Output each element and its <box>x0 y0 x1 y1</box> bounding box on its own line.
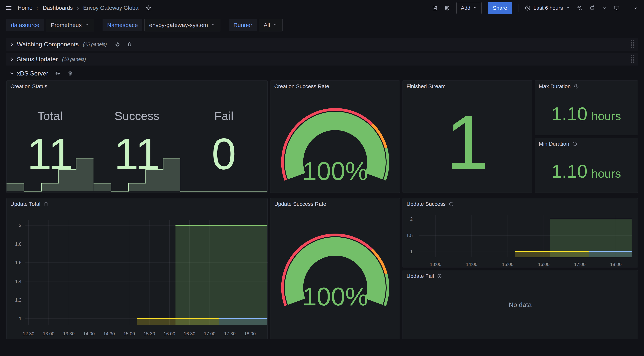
svg-text:1.5: 1.5 <box>406 233 413 238</box>
chevron-down-icon <box>211 22 216 28</box>
datasource-variable-label[interactable]: datasource <box>6 19 44 31</box>
panel-update-fail: Update Fail No data <box>402 270 638 339</box>
panel-title[interactable]: Creation Success Rate <box>274 83 329 90</box>
svg-text:1.2: 1.2 <box>15 297 22 302</box>
panel-title[interactable]: Finished Stream <box>406 83 446 90</box>
info-icon[interactable] <box>572 142 577 146</box>
datasource-variable-select[interactable]: Prometheus <box>46 19 94 32</box>
time-range-picker[interactable]: Last 6 hours <box>524 5 570 11</box>
top-navbar: Home › Dashboards › Envoy Gateway Global… <box>0 0 644 16</box>
panel-update-success-rate: Update Success Rate 100% <box>270 198 400 339</box>
breadcrumb-home[interactable]: Home <box>18 5 32 11</box>
row-status-updater[interactable]: Status Updater (10 panels) <box>6 53 638 66</box>
row-drag-handle-icon[interactable] <box>630 40 635 49</box>
panel-title[interactable]: Max Duration <box>539 83 579 90</box>
chevron-down-icon <box>273 22 278 28</box>
svg-text:17:30: 17:30 <box>224 331 236 336</box>
panel-finished-stream: Finished Stream 1 <box>402 80 532 193</box>
divider <box>626 4 626 12</box>
menu-icon[interactable] <box>6 5 12 11</box>
row-delete-icon[interactable] <box>68 71 73 76</box>
time-range-label: Last 6 hours <box>534 5 563 11</box>
save-dashboard-icon[interactable] <box>432 5 438 11</box>
panel-update-success: Update Success 11.5213:0014:0015:0016:00… <box>402 198 638 268</box>
stat-sparkline <box>6 158 94 192</box>
svg-text:15:00: 15:00 <box>502 262 514 267</box>
chevron-down-icon <box>84 22 89 28</box>
info-icon[interactable] <box>449 202 454 206</box>
svg-text:2: 2 <box>19 223 22 228</box>
finished-stream-value: 1 <box>446 104 488 181</box>
max-duration-value: 1.10 hours <box>535 99 638 130</box>
star-icon[interactable] <box>146 5 152 11</box>
creation-status-stats: Total 11 Success 11 Fail 0 <box>6 81 268 192</box>
svg-text:16:00: 16:00 <box>164 331 175 336</box>
row-settings-icon[interactable] <box>55 71 60 76</box>
panel-title[interactable]: Update Fail <box>406 273 442 279</box>
svg-text:1.6: 1.6 <box>15 260 22 265</box>
row-drag-handle-icon[interactable] <box>630 54 635 64</box>
row-watching-components[interactable]: Watching Components (25 panels) <box>6 38 638 50</box>
no-data-message: No data <box>403 270 638 339</box>
dashboard-settings-icon[interactable] <box>444 5 450 11</box>
stat-label: Fail <box>214 110 234 122</box>
breadcrumb-dashboards[interactable]: Dashboards <box>43 5 73 11</box>
svg-text:12:30: 12:30 <box>23 331 34 336</box>
svg-text:15:00: 15:00 <box>124 331 135 336</box>
panel-title[interactable]: Update Success Rate <box>274 201 326 207</box>
svg-text:18:00: 18:00 <box>244 331 256 336</box>
row-title: Watching Components <box>17 41 79 48</box>
min-duration-value: 1.10 hours <box>535 156 638 187</box>
grafana-dashboard: Home › Dashboards › Envoy Gateway Global… <box>0 0 644 356</box>
info-icon[interactable] <box>44 202 48 206</box>
panel-min-duration: Min Duration 1.10 hours <box>535 138 638 193</box>
row-settings-icon[interactable] <box>114 42 120 47</box>
row-xds-server[interactable]: xDS Server <box>6 67 638 80</box>
namespace-variable-select[interactable]: envoy-gateway-system <box>144 19 220 32</box>
stat-success: Success 11 <box>94 81 180 192</box>
share-button-label: Share <box>493 5 507 11</box>
svg-text:13:00: 13:00 <box>430 262 442 267</box>
svg-text:1: 1 <box>19 316 22 321</box>
stat-fail: Fail 0 <box>180 81 268 192</box>
refresh-icon[interactable] <box>589 5 595 11</box>
breadcrumb-current: Envoy Gateway Global <box>83 5 140 11</box>
svg-text:100%: 100% <box>302 157 368 185</box>
svg-text:1.4: 1.4 <box>15 279 22 284</box>
runner-variable-select[interactable]: All <box>259 19 282 32</box>
svg-text:17:00: 17:00 <box>574 262 586 267</box>
kiosk-mode-icon[interactable] <box>614 5 620 11</box>
chevron-down-icon <box>472 5 477 11</box>
panel-title[interactable]: Min Duration <box>539 141 577 147</box>
timeseries-chart: 11.5213:0014:0015:0016:0017:0018:00 <box>403 198 638 268</box>
runner-variable-label[interactable]: Runner <box>229 19 257 31</box>
panel-update-total: Update Total 11.21.41.61.8212:3013:0013:… <box>6 198 268 339</box>
share-button[interactable]: Share <box>488 2 512 14</box>
stat-label: Total <box>38 110 62 122</box>
svg-text:16:00: 16:00 <box>538 262 550 267</box>
row-panel-count: (10 panels) <box>62 56 86 62</box>
info-icon[interactable] <box>437 274 442 278</box>
refresh-interval-chevron-icon[interactable] <box>601 5 608 11</box>
add-button-label: Add <box>461 5 470 11</box>
add-button[interactable]: Add <box>456 2 482 14</box>
svg-text:1: 1 <box>410 249 413 254</box>
svg-text:15:30: 15:30 <box>144 331 155 336</box>
row-delete-icon[interactable] <box>127 42 132 47</box>
clock-icon <box>524 5 531 11</box>
stat-sparkline <box>180 158 268 192</box>
toolbar-more-chevron-icon[interactable] <box>632 5 638 11</box>
row-title: Status Updater <box>17 56 58 63</box>
zoom-out-icon[interactable] <box>577 5 583 11</box>
panel-title[interactable]: Update Total <box>10 201 48 207</box>
panel-title[interactable]: Update Success <box>406 201 454 207</box>
info-icon[interactable] <box>574 84 579 89</box>
stat-sparkline <box>94 158 180 192</box>
datasource-variable-value: Prometheus <box>50 22 82 28</box>
svg-text:17:00: 17:00 <box>204 331 216 336</box>
namespace-variable-label[interactable]: Namespace <box>102 19 142 31</box>
svg-text:1.8: 1.8 <box>15 242 22 246</box>
row-panel-count: (25 panels) <box>83 42 107 47</box>
panel-title[interactable]: Creation Status <box>10 83 47 90</box>
svg-text:13:00: 13:00 <box>43 331 54 336</box>
